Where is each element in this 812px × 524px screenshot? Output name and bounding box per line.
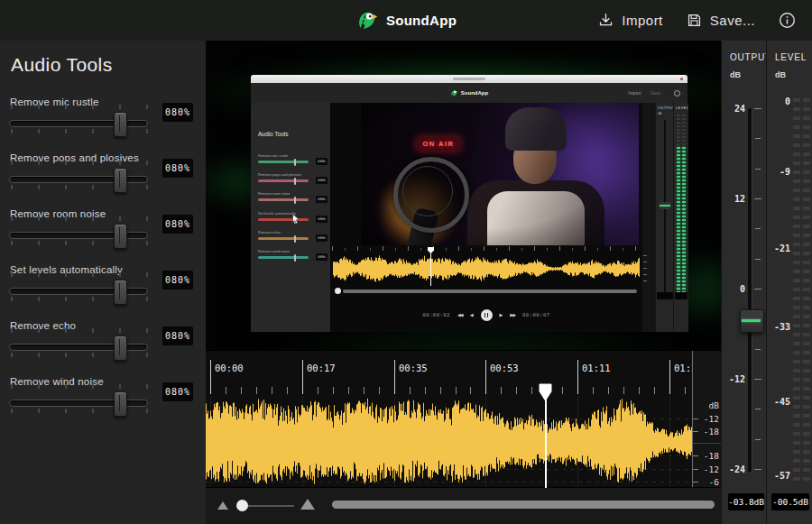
tool-row-0: Remove mic rustle080% xyxy=(0,97,206,152)
level-led-segment xyxy=(793,333,800,336)
output-scale-number: 12 xyxy=(734,194,745,204)
tool-value-display: 080% xyxy=(162,382,193,401)
inner-forward-icon: ▶▶ xyxy=(510,313,515,317)
playhead-handle[interactable] xyxy=(539,383,552,402)
timeline-ruler[interactable]: 00:0000:1700:3500:5301:1101:28 xyxy=(206,351,692,396)
inner-level-title: LEVEL xyxy=(676,106,688,110)
slider-tick xyxy=(65,185,67,189)
inner-db-tick xyxy=(643,280,647,281)
slider-thumb[interactable] xyxy=(114,336,127,361)
slider-thumb[interactable] xyxy=(114,168,127,193)
level-led-segment xyxy=(803,107,810,111)
level-led-segment xyxy=(793,179,800,183)
slider-tick xyxy=(92,409,94,413)
slider-track[interactable] xyxy=(9,288,148,295)
output-scale-minor-tick xyxy=(755,228,761,229)
output-fader-track[interactable] xyxy=(748,108,752,472)
tool-label: Remove wind noise xyxy=(10,376,104,387)
output-scale-number: -12 xyxy=(729,374,745,384)
sidebar-title: Audio Tools xyxy=(11,54,113,76)
ruler-major-tick xyxy=(302,360,303,394)
inner-total-time: 00:00:07 xyxy=(522,312,550,317)
inner-timeline-ruler xyxy=(332,245,641,253)
ruler-minor-tick xyxy=(654,387,655,394)
slider-tick xyxy=(146,353,148,357)
tool-row-1: Remove pops and plosives080% xyxy=(0,152,206,208)
slider-track[interactable] xyxy=(9,400,148,407)
slider-tick xyxy=(146,297,148,301)
output-fader-handle[interactable] xyxy=(740,309,764,333)
import-download-icon xyxy=(598,13,614,28)
ruler-minor-tick xyxy=(379,387,380,394)
tool-slider[interactable] xyxy=(9,224,148,247)
slider-track[interactable] xyxy=(9,344,148,351)
inner-ruler-tick xyxy=(332,246,333,251)
db-scale-tick xyxy=(693,418,698,419)
slider-tick xyxy=(92,241,94,245)
level-led-segment xyxy=(803,450,810,454)
inner-ruler-tick xyxy=(370,248,371,251)
level-led-segment xyxy=(793,98,800,102)
ruler-minor-tick xyxy=(364,387,364,394)
level-led-segment xyxy=(803,459,810,463)
slider-thumb[interactable] xyxy=(114,112,127,137)
slider-thumb[interactable] xyxy=(114,280,127,305)
slider-tick xyxy=(11,353,13,357)
info-icon[interactable] xyxy=(779,12,796,29)
zoom-slider-thumb[interactable] xyxy=(236,500,248,511)
inner-ruler-tick xyxy=(420,248,421,251)
level-led-segment xyxy=(803,333,810,336)
inner-ruler-tick xyxy=(597,248,598,251)
inner-playhead-line xyxy=(430,250,431,286)
level-led-segment xyxy=(793,243,800,246)
level-led-segment xyxy=(803,225,810,228)
slider-track[interactable] xyxy=(9,176,148,183)
app-brand: SoundApp xyxy=(355,0,457,41)
tool-slider[interactable] xyxy=(9,336,148,359)
level-led-segment xyxy=(793,423,800,427)
tool-row-2: Remove room noise080% xyxy=(0,208,206,264)
output-scale-minor-tick xyxy=(755,138,761,139)
level-led-segment xyxy=(803,324,810,327)
level-led-segment xyxy=(793,234,800,237)
inner-db-tick xyxy=(643,262,647,262)
level-unit: dB xyxy=(775,70,786,79)
slider-tick xyxy=(38,353,40,357)
level-led-segment xyxy=(803,432,810,436)
slider-thumb[interactable] xyxy=(114,391,127,417)
tool-slider[interactable] xyxy=(9,280,148,303)
ruler-minor-tick xyxy=(256,387,257,394)
slider-thumb[interactable] xyxy=(114,224,127,249)
tool-row-4: Remove echo080% xyxy=(0,320,206,376)
zoom-in-icon[interactable] xyxy=(300,499,315,510)
tool-slider[interactable] xyxy=(9,168,148,191)
slider-tick xyxy=(119,105,121,109)
slider-tick xyxy=(146,409,148,413)
save-button[interactable]: Save... xyxy=(687,13,755,28)
slider-tick xyxy=(11,129,13,133)
output-scale-minor-tick xyxy=(755,169,761,170)
inner-ruler-tick xyxy=(471,248,472,251)
timeline-scrollbar[interactable] xyxy=(332,501,715,509)
ruler-minor-tick xyxy=(333,387,334,394)
level-led-segment xyxy=(793,405,800,409)
ruler-minor-tick xyxy=(639,387,640,394)
slider-tick xyxy=(65,409,67,413)
inner-next-icon: ▶ xyxy=(500,313,503,317)
inner-tool-thumb xyxy=(294,197,296,204)
output-scale-tick xyxy=(754,379,761,380)
slider-track[interactable] xyxy=(9,232,148,239)
slider-track[interactable] xyxy=(9,120,148,127)
save-floppy-icon xyxy=(687,13,702,28)
zoom-out-icon[interactable] xyxy=(217,501,228,510)
waveform-canvas[interactable] xyxy=(206,396,692,488)
level-title: LEVEL xyxy=(775,52,807,62)
output-scale-tick xyxy=(754,198,761,199)
vignette-overlay xyxy=(361,103,639,245)
tool-slider[interactable] xyxy=(9,391,148,415)
ruler-minor-tick xyxy=(501,387,502,394)
slider-tick xyxy=(146,272,148,277)
level-led-segment xyxy=(793,477,800,481)
tool-slider[interactable] xyxy=(9,112,148,135)
import-button[interactable]: Import xyxy=(598,13,663,28)
